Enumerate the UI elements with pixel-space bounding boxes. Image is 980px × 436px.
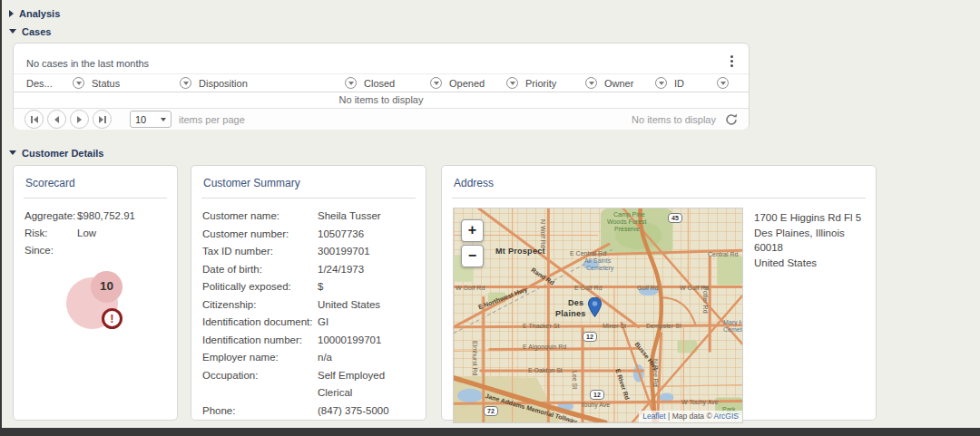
first-page-icon: [34, 116, 38, 123]
cases-title-row: No cases in the last months: [14, 44, 749, 73]
map-label: N Dee Rd: [652, 359, 659, 387]
zoom-out-button[interactable]: −: [461, 245, 484, 267]
summary-row-value: 10000199701: [318, 332, 381, 350]
section-customer-details-label: Customer Details: [22, 148, 103, 159]
map-label: Potter Rd: [702, 286, 709, 314]
warning-icon: !: [102, 308, 122, 329]
map-label: Cemetery: [586, 265, 613, 271]
scorecard-panel: Scorecard Aggregate:$980,752.91Risk:LowS…: [13, 165, 178, 421]
summary-row-value: 1/24/1973: [318, 261, 364, 279]
zoom-in-button[interactable]: +: [461, 219, 484, 242]
scorecard-title: Scorecard: [25, 177, 166, 189]
window-bottom-edge: [0, 428, 980, 436]
map-label: Touhy Ave: [581, 402, 610, 408]
scorecard-row-value: Low: [77, 225, 96, 242]
pager-first-button[interactable]: [24, 110, 44, 129]
summary-row-label: Identification document:: [202, 314, 318, 332]
column-label: Priority: [525, 78, 556, 89]
summary-row: Employer name:n/a: [202, 349, 415, 367]
pager-prev-button[interactable]: [47, 110, 66, 129]
scorecard-rows: Aggregate:$980,752.91Risk:LowSince:: [24, 208, 166, 259]
divider: [24, 198, 167, 199]
summary-row: Identification number:10000199701: [202, 332, 415, 350]
map-label: E Thacker St: [523, 323, 559, 329]
filter-icon[interactable]: [345, 77, 357, 89]
map-label: E Golf Rd: [574, 285, 602, 291]
section-header-customer-details[interactable]: Customer Details: [9, 146, 980, 160]
customer-summary-panel: Customer Summary Customer name:Sheila Tu…: [191, 165, 426, 421]
leaflet-attribution-link[interactable]: Leaflet: [642, 412, 666, 421]
summary-row-label: Politically exposed:: [202, 278, 318, 296]
map-label: Mt Prospect: [495, 247, 545, 256]
attribution-text: | Map data ©: [666, 412, 714, 421]
map-label: E Central Rd: [570, 250, 606, 257]
address-title: Address: [454, 177, 865, 189]
summary-row: Date of birth:1/24/1973: [202, 261, 415, 279]
map[interactable]: Mt ProspectDesPlainesE Central RdCentral…: [453, 208, 743, 423]
map-label: E Northwest Hwy: [477, 286, 528, 311]
summary-row: Tax ID number:300199701: [202, 243, 415, 261]
map-label: E Oakton St: [528, 367, 563, 373]
map-label: Preserve: [614, 226, 640, 232]
funnel-glyph: [434, 82, 439, 85]
funnel-glyph: [720, 82, 726, 85]
address-line: United States: [754, 256, 865, 271]
filter-icon[interactable]: [73, 77, 84, 89]
page-size-select[interactable]: 10: [130, 111, 172, 128]
customer-details-row: Scorecard Aggregate:$980,752.91Risk:LowS…: [13, 165, 980, 421]
address-line: Des Plaines, Illinois 60018: [754, 226, 865, 256]
prev-page-icon: [54, 116, 59, 123]
column-header-des[interactable]: Des...: [26, 74, 92, 92]
score-badge: 10 !: [66, 271, 126, 331]
address-panel: Address: [441, 165, 877, 421]
first-page-icon: [31, 116, 33, 123]
funnel-glyph: [348, 82, 354, 85]
funnel-glyph: [183, 82, 189, 85]
pager-next-button[interactable]: [70, 110, 89, 129]
collapsed-arrow-icon: [9, 10, 14, 17]
map-label: N Wolf Rd: [540, 219, 546, 248]
refresh-icon[interactable]: [725, 113, 738, 126]
section-header-cases[interactable]: Cases: [9, 24, 980, 38]
highway-shield: 72: [484, 406, 498, 416]
scorecard-row-label: Risk:: [24, 225, 77, 242]
map-marker-icon[interactable]: [588, 297, 602, 321]
filter-icon[interactable]: [180, 77, 191, 89]
map-label: Golf Rd: [637, 285, 659, 291]
section-analysis-label: Analysis: [19, 8, 60, 19]
summary-row-label: Employer name:: [202, 349, 318, 367]
map-label: Woods Forest: [607, 218, 646, 225]
column-header-opened[interactable]: Opened: [449, 74, 525, 92]
column-header-id[interactable]: ID: [674, 74, 736, 92]
filter-icon[interactable]: [717, 77, 729, 89]
filter-icon[interactable]: [585, 77, 597, 89]
summary-row: Customer name:Sheila Tusser: [202, 208, 415, 226]
scorecard-row-label: Aggregate:: [24, 208, 77, 225]
last-page-icon: [99, 116, 103, 123]
summary-row: Politically exposed:$: [202, 278, 415, 296]
arcgis-attribution-link[interactable]: ArcGIS: [714, 412, 739, 421]
column-header-priority[interactable]: Priority: [525, 74, 604, 92]
filter-icon[interactable]: [430, 77, 442, 89]
map-label: Dempster St: [646, 323, 681, 329]
map-label: Des: [568, 298, 583, 307]
highway-shield: 12: [583, 332, 597, 342]
page-size-value: 10: [135, 114, 146, 125]
column-header-disposition[interactable]: Disposition: [199, 74, 364, 92]
summary-row-label: Tax ID number:: [202, 243, 318, 261]
summary-row: Phone:(847) 375-5000: [202, 402, 415, 421]
summary-row-label: Citizenship:: [202, 296, 318, 315]
divider: [201, 198, 416, 199]
column-header-status[interactable]: Status: [92, 74, 199, 92]
column-label: Opened: [449, 78, 485, 89]
column-header-owner[interactable]: Owner: [604, 74, 674, 92]
scorecard-row: Since:: [24, 242, 166, 259]
column-header-closed[interactable]: Closed: [364, 74, 449, 92]
map-zoom-control: + −: [461, 219, 484, 267]
more-options-icon[interactable]: [727, 53, 736, 68]
filter-icon[interactable]: [655, 77, 667, 89]
filter-icon[interactable]: [506, 77, 518, 89]
section-header-analysis[interactable]: Analysis: [9, 6, 980, 20]
map-label: Central Rd: [708, 251, 738, 257]
pager-last-button[interactable]: [93, 110, 112, 129]
